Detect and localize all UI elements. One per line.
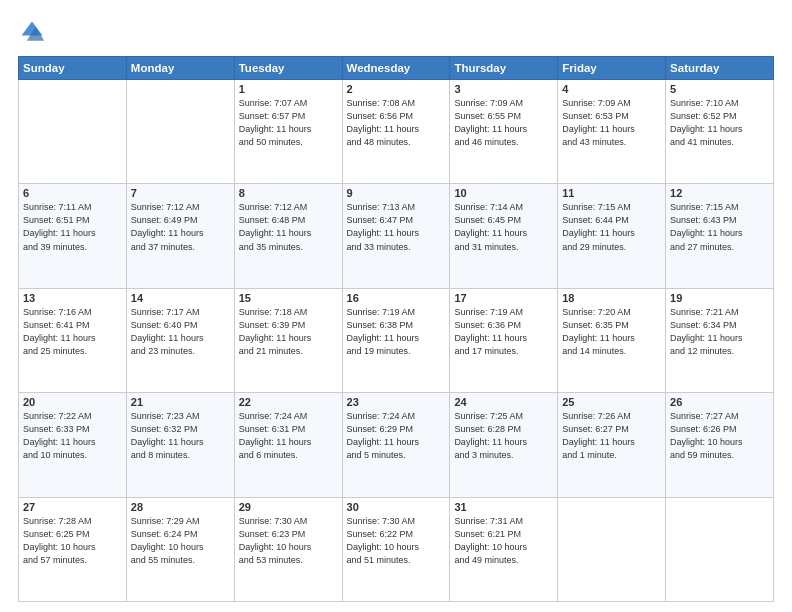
weekday-header: Friday (558, 57, 666, 80)
calendar-cell: 6Sunrise: 7:11 AM Sunset: 6:51 PM Daylig… (19, 184, 127, 288)
day-number: 3 (454, 83, 553, 95)
day-number: 27 (23, 501, 122, 513)
calendar-cell: 10Sunrise: 7:14 AM Sunset: 6:45 PM Dayli… (450, 184, 558, 288)
calendar-cell: 26Sunrise: 7:27 AM Sunset: 6:26 PM Dayli… (666, 393, 774, 497)
header (18, 18, 774, 46)
weekday-header: Monday (126, 57, 234, 80)
day-number: 20 (23, 396, 122, 408)
calendar-cell (666, 497, 774, 601)
cell-info: Sunrise: 7:18 AM Sunset: 6:39 PM Dayligh… (239, 306, 338, 358)
calendar-cell: 12Sunrise: 7:15 AM Sunset: 6:43 PM Dayli… (666, 184, 774, 288)
calendar-cell: 1Sunrise: 7:07 AM Sunset: 6:57 PM Daylig… (234, 80, 342, 184)
day-number: 11 (562, 187, 661, 199)
cell-info: Sunrise: 7:08 AM Sunset: 6:56 PM Dayligh… (347, 97, 446, 149)
calendar-cell: 7Sunrise: 7:12 AM Sunset: 6:49 PM Daylig… (126, 184, 234, 288)
day-number: 17 (454, 292, 553, 304)
calendar-cell: 2Sunrise: 7:08 AM Sunset: 6:56 PM Daylig… (342, 80, 450, 184)
calendar-cell: 28Sunrise: 7:29 AM Sunset: 6:24 PM Dayli… (126, 497, 234, 601)
day-number: 10 (454, 187, 553, 199)
calendar-cell: 5Sunrise: 7:10 AM Sunset: 6:52 PM Daylig… (666, 80, 774, 184)
cell-info: Sunrise: 7:21 AM Sunset: 6:34 PM Dayligh… (670, 306, 769, 358)
day-number: 8 (239, 187, 338, 199)
calendar-table: SundayMondayTuesdayWednesdayThursdayFrid… (18, 56, 774, 602)
calendar-cell (126, 80, 234, 184)
calendar-cell: 23Sunrise: 7:24 AM Sunset: 6:29 PM Dayli… (342, 393, 450, 497)
cell-info: Sunrise: 7:24 AM Sunset: 6:29 PM Dayligh… (347, 410, 446, 462)
day-number: 31 (454, 501, 553, 513)
day-number: 23 (347, 396, 446, 408)
cell-info: Sunrise: 7:27 AM Sunset: 6:26 PM Dayligh… (670, 410, 769, 462)
cell-info: Sunrise: 7:12 AM Sunset: 6:49 PM Dayligh… (131, 201, 230, 253)
day-number: 21 (131, 396, 230, 408)
day-number: 1 (239, 83, 338, 95)
day-number: 2 (347, 83, 446, 95)
calendar-cell: 22Sunrise: 7:24 AM Sunset: 6:31 PM Dayli… (234, 393, 342, 497)
day-number: 19 (670, 292, 769, 304)
calendar-cell: 24Sunrise: 7:25 AM Sunset: 6:28 PM Dayli… (450, 393, 558, 497)
weekday-header: Saturday (666, 57, 774, 80)
cell-info: Sunrise: 7:22 AM Sunset: 6:33 PM Dayligh… (23, 410, 122, 462)
calendar-cell: 25Sunrise: 7:26 AM Sunset: 6:27 PM Dayli… (558, 393, 666, 497)
calendar-cell: 16Sunrise: 7:19 AM Sunset: 6:38 PM Dayli… (342, 288, 450, 392)
cell-info: Sunrise: 7:31 AM Sunset: 6:21 PM Dayligh… (454, 515, 553, 567)
logo (18, 18, 50, 46)
cell-info: Sunrise: 7:19 AM Sunset: 6:38 PM Dayligh… (347, 306, 446, 358)
day-number: 18 (562, 292, 661, 304)
cell-info: Sunrise: 7:09 AM Sunset: 6:55 PM Dayligh… (454, 97, 553, 149)
calendar-cell: 9Sunrise: 7:13 AM Sunset: 6:47 PM Daylig… (342, 184, 450, 288)
day-number: 15 (239, 292, 338, 304)
calendar-cell: 20Sunrise: 7:22 AM Sunset: 6:33 PM Dayli… (19, 393, 127, 497)
calendar-cell: 30Sunrise: 7:30 AM Sunset: 6:22 PM Dayli… (342, 497, 450, 601)
cell-info: Sunrise: 7:30 AM Sunset: 6:22 PM Dayligh… (347, 515, 446, 567)
day-number: 16 (347, 292, 446, 304)
calendar-cell (558, 497, 666, 601)
cell-info: Sunrise: 7:20 AM Sunset: 6:35 PM Dayligh… (562, 306, 661, 358)
day-number: 29 (239, 501, 338, 513)
cell-info: Sunrise: 7:30 AM Sunset: 6:23 PM Dayligh… (239, 515, 338, 567)
cell-info: Sunrise: 7:29 AM Sunset: 6:24 PM Dayligh… (131, 515, 230, 567)
calendar-cell: 18Sunrise: 7:20 AM Sunset: 6:35 PM Dayli… (558, 288, 666, 392)
cell-info: Sunrise: 7:24 AM Sunset: 6:31 PM Dayligh… (239, 410, 338, 462)
cell-info: Sunrise: 7:07 AM Sunset: 6:57 PM Dayligh… (239, 97, 338, 149)
day-number: 13 (23, 292, 122, 304)
logo-icon (18, 18, 46, 46)
day-number: 22 (239, 396, 338, 408)
cell-info: Sunrise: 7:23 AM Sunset: 6:32 PM Dayligh… (131, 410, 230, 462)
calendar-cell: 31Sunrise: 7:31 AM Sunset: 6:21 PM Dayli… (450, 497, 558, 601)
day-number: 14 (131, 292, 230, 304)
cell-info: Sunrise: 7:28 AM Sunset: 6:25 PM Dayligh… (23, 515, 122, 567)
day-number: 4 (562, 83, 661, 95)
calendar-cell: 14Sunrise: 7:17 AM Sunset: 6:40 PM Dayli… (126, 288, 234, 392)
page: SundayMondayTuesdayWednesdayThursdayFrid… (0, 0, 792, 612)
cell-info: Sunrise: 7:10 AM Sunset: 6:52 PM Dayligh… (670, 97, 769, 149)
day-number: 5 (670, 83, 769, 95)
calendar-cell (19, 80, 127, 184)
day-number: 7 (131, 187, 230, 199)
weekday-header: Sunday (19, 57, 127, 80)
cell-info: Sunrise: 7:09 AM Sunset: 6:53 PM Dayligh… (562, 97, 661, 149)
day-number: 12 (670, 187, 769, 199)
cell-info: Sunrise: 7:15 AM Sunset: 6:44 PM Dayligh… (562, 201, 661, 253)
calendar-cell: 17Sunrise: 7:19 AM Sunset: 6:36 PM Dayli… (450, 288, 558, 392)
cell-info: Sunrise: 7:17 AM Sunset: 6:40 PM Dayligh… (131, 306, 230, 358)
weekday-header: Thursday (450, 57, 558, 80)
cell-info: Sunrise: 7:12 AM Sunset: 6:48 PM Dayligh… (239, 201, 338, 253)
cell-info: Sunrise: 7:15 AM Sunset: 6:43 PM Dayligh… (670, 201, 769, 253)
calendar-cell: 4Sunrise: 7:09 AM Sunset: 6:53 PM Daylig… (558, 80, 666, 184)
day-number: 9 (347, 187, 446, 199)
calendar-cell: 15Sunrise: 7:18 AM Sunset: 6:39 PM Dayli… (234, 288, 342, 392)
day-number: 30 (347, 501, 446, 513)
weekday-header: Tuesday (234, 57, 342, 80)
calendar-cell: 8Sunrise: 7:12 AM Sunset: 6:48 PM Daylig… (234, 184, 342, 288)
cell-info: Sunrise: 7:26 AM Sunset: 6:27 PM Dayligh… (562, 410, 661, 462)
cell-info: Sunrise: 7:13 AM Sunset: 6:47 PM Dayligh… (347, 201, 446, 253)
calendar-cell: 13Sunrise: 7:16 AM Sunset: 6:41 PM Dayli… (19, 288, 127, 392)
calendar-cell: 19Sunrise: 7:21 AM Sunset: 6:34 PM Dayli… (666, 288, 774, 392)
day-number: 24 (454, 396, 553, 408)
calendar-cell: 29Sunrise: 7:30 AM Sunset: 6:23 PM Dayli… (234, 497, 342, 601)
day-number: 28 (131, 501, 230, 513)
cell-info: Sunrise: 7:16 AM Sunset: 6:41 PM Dayligh… (23, 306, 122, 358)
day-number: 25 (562, 396, 661, 408)
cell-info: Sunrise: 7:19 AM Sunset: 6:36 PM Dayligh… (454, 306, 553, 358)
calendar-cell: 21Sunrise: 7:23 AM Sunset: 6:32 PM Dayli… (126, 393, 234, 497)
